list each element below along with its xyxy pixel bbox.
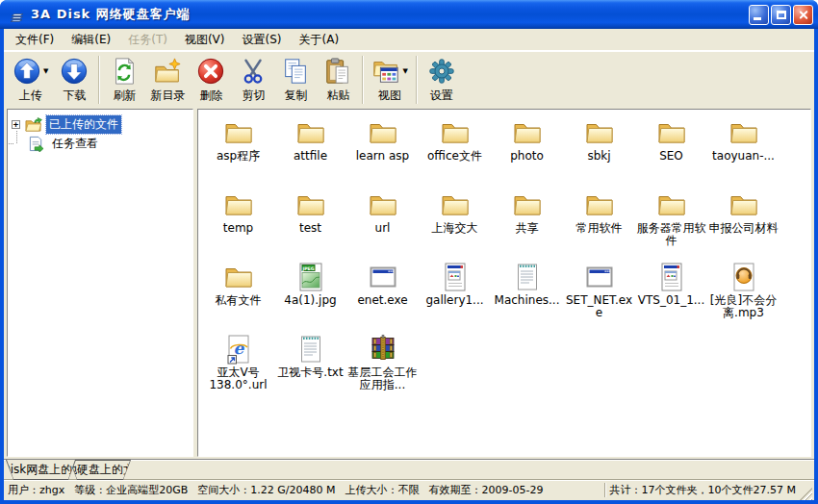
menu-item[interactable]: 编辑(E) <box>63 29 119 51</box>
menu-item[interactable]: 视图(V) <box>176 29 234 51</box>
file-item-label: url <box>375 222 391 235</box>
toolbar-button-label: 粘贴 <box>326 88 349 104</box>
new-folder-icon <box>153 57 182 86</box>
toolbar-button-upload[interactable]: ▼上传 <box>8 54 53 105</box>
file-item-label: attfile <box>294 150 327 163</box>
toolbar-button-label: 设置 <box>430 88 453 104</box>
file-item[interactable]: 服务器常用软件 <box>635 188 707 260</box>
file-item[interactable]: photo <box>491 115 563 188</box>
resize-grip[interactable] <box>800 488 812 500</box>
toolbar-button-download[interactable]: 下载 <box>53 54 95 105</box>
toolbar-button-label: 删除 <box>199 88 222 104</box>
paste-icon <box>323 57 352 86</box>
toolbar-icon-row <box>239 56 268 87</box>
upload-folder-icon <box>24 116 42 133</box>
toolbar-button-label: 上传 <box>19 88 42 104</box>
tree-item[interactable]: +已上传的文件 <box>12 114 191 134</box>
file-item[interactable]: gallery1... <box>419 260 491 332</box>
file-item[interactable]: attfile <box>274 115 346 188</box>
file-item-label: 4a(1).jpg <box>284 294 336 307</box>
svg-text:JPEG: JPEG <box>301 266 314 271</box>
application-icon <box>584 262 615 292</box>
menu-item[interactable]: 文件(F) <box>7 29 63 51</box>
folder-icon <box>729 189 759 220</box>
toolbar-button-copy[interactable]: 复制 <box>274 54 317 105</box>
file-item[interactable]: asp程序 <box>202 115 274 188</box>
rar-archive-icon <box>368 334 398 365</box>
close-button[interactable] <box>793 5 813 25</box>
file-item-label: taoyuan-... <box>712 150 775 163</box>
file-item[interactable]: temp <box>202 188 274 260</box>
file-item[interactable]: 基层工会工作应用指... <box>346 332 419 404</box>
file-item[interactable]: office文件 <box>419 115 491 188</box>
view-icon <box>371 57 400 86</box>
download-icon <box>60 57 89 86</box>
status-summary: 共计：17个文件夹，10个文件27.57 M <box>610 483 800 497</box>
html-document-icon <box>656 262 687 292</box>
file-item-label: 服务器常用软件 <box>636 222 706 247</box>
toolbar-icon-row: ▼ <box>371 56 407 87</box>
folder-icon <box>584 117 615 148</box>
toolbar-separator <box>98 56 99 104</box>
window-body: 文件(F)编辑(E)任务(T)视图(V)设置(S)关于(A) ▼上传下载刷新新目… <box>0 29 818 504</box>
menu-item[interactable]: 关于(A) <box>290 29 347 51</box>
file-item[interactable]: VTS_01_1... <box>635 260 707 332</box>
file-item[interactable]: e亚太V号138.0°.url <box>202 332 274 404</box>
cut-icon <box>239 57 268 86</box>
title-bar[interactable]: 3A Disk 网络硬盘客户端 <box>0 0 818 29</box>
dropdown-arrow-icon[interactable]: ▼ <box>402 68 407 75</box>
toolbar-icon-row <box>427 56 456 87</box>
folder-icon <box>512 189 543 220</box>
file-item[interactable]: test <box>274 188 346 260</box>
file-item[interactable]: 申报公司材料 <box>707 188 780 260</box>
file-item[interactable]: 共享 <box>491 188 563 260</box>
copy-icon <box>281 57 310 86</box>
file-item[interactable]: enet.exe <box>346 260 419 332</box>
file-item[interactable]: 常用软件 <box>563 188 635 260</box>
toolbar-button-new-folder[interactable]: 新目录 <box>145 54 190 105</box>
file-item[interactable]: taoyuan-... <box>707 115 780 188</box>
toolbar-icon-row <box>60 56 89 87</box>
tab-inactive[interactable]: 本地硬盘上的文件 <box>69 460 131 480</box>
refresh-icon <box>110 57 139 86</box>
toolbar-button-settings[interactable]: 设置 <box>421 54 463 105</box>
file-item[interactable]: SET_NET.exe <box>563 260 635 332</box>
file-item[interactable]: JPEG4a(1).jpg <box>274 260 346 332</box>
file-item[interactable]: 卫视卡号.txt <box>274 332 346 404</box>
file-item[interactable]: url <box>346 188 419 260</box>
file-item[interactable]: 上海交大 <box>419 188 491 260</box>
dropdown-arrow-icon[interactable]: ▼ <box>43 68 48 75</box>
toolbar-button-label: 刷新 <box>113 88 136 104</box>
status-user: 用户：zhgx <box>8 483 64 497</box>
toolbar-button-delete[interactable]: 删除 <box>190 54 232 105</box>
toolbar-button-cut[interactable]: 剪切 <box>232 54 274 105</box>
file-item-label: gallery1... <box>425 294 483 307</box>
folder-icon <box>656 117 687 148</box>
maximize-button[interactable] <box>771 5 791 25</box>
file-item[interactable]: SEO <box>635 115 707 188</box>
minimize-button[interactable] <box>749 5 769 25</box>
toolbar-button-paste[interactable]: 粘贴 <box>317 54 359 105</box>
file-item-label: SET_NET.exe <box>564 294 634 319</box>
folder-icon <box>368 189 398 220</box>
file-item[interactable]: [光良]不会分离.mp3 <box>707 260 780 332</box>
status-separator <box>604 483 606 497</box>
toolbar-button-refresh[interactable]: 刷新 <box>103 54 145 105</box>
file-item[interactable]: Machines... <box>491 260 563 332</box>
file-item[interactable]: learn asp <box>346 115 419 188</box>
menu-item[interactable]: 设置(S) <box>234 29 291 51</box>
file-item[interactable]: sbkj <box>563 115 635 188</box>
file-item[interactable]: 私有文件 <box>202 260 274 332</box>
status-space: 空间大小：1.22 G/20480 M <box>197 483 335 497</box>
maximize-icon <box>777 11 786 19</box>
toolbar-separator <box>416 56 417 104</box>
toolbar-button-label: 下载 <box>63 88 86 104</box>
tree-item[interactable]: 任务查看 <box>12 134 191 153</box>
status-level: 等级：企业高端型20GB <box>74 483 188 497</box>
toolbar-button-view[interactable]: ▼视图 <box>367 54 412 105</box>
folder-icon <box>295 189 326 220</box>
folder-icon <box>295 117 326 148</box>
tab-active[interactable]: 3ADisk网盘上的文件 <box>6 460 76 480</box>
expand-plus-icon[interactable]: + <box>12 120 20 129</box>
folder-icon <box>656 189 687 220</box>
